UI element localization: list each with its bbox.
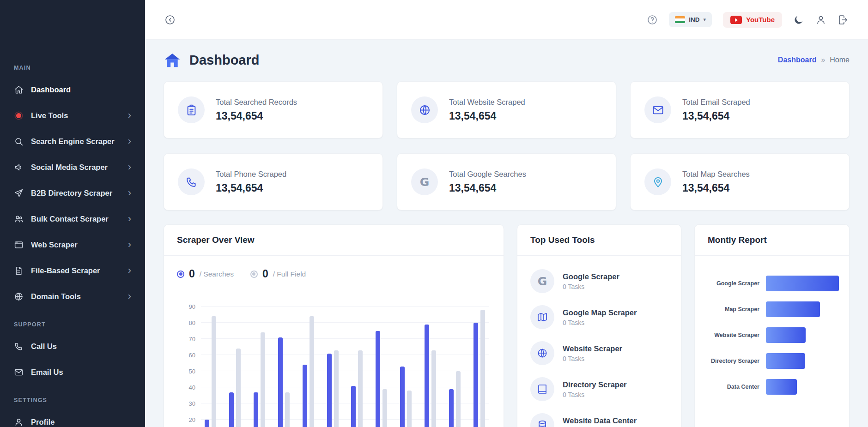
stat-value: 13,54,654 xyxy=(216,110,297,122)
monthly-bar xyxy=(766,353,805,369)
monthly-report-panel: Montly Report Google ScraperMap ScraperW… xyxy=(694,224,850,427)
sidebar-item-label: Search Engine Scraper xyxy=(31,137,115,146)
top-tools-list: GGoogle Scraper0 TasksGoogle Map Scraper… xyxy=(517,256,681,427)
tool-task-count: 0 Tasks xyxy=(563,283,619,290)
globe-icon xyxy=(411,96,438,123)
tool-row-directory-scraper[interactable]: Directory Scraper0 Tasks xyxy=(530,371,668,407)
chevron-right-icon: › xyxy=(128,291,131,301)
paper-plane-icon xyxy=(14,188,24,198)
mail-icon xyxy=(644,96,671,123)
stat-value: 13,54,654 xyxy=(682,182,750,194)
legend-count: 0 xyxy=(189,268,195,280)
panel-title: Montly Report xyxy=(695,225,849,256)
youtube-icon xyxy=(730,16,742,24)
sidebar-item-dashboard[interactable]: Dashboard xyxy=(0,77,145,102)
bar-full-field xyxy=(310,316,314,427)
bar-group xyxy=(229,349,241,427)
megaphone-icon xyxy=(14,162,24,172)
bar-full-field xyxy=(431,350,436,427)
top-used-tools-panel: Top Used Tools GGoogle Scraper0 TasksGoo… xyxy=(517,224,681,427)
stat-label: Total Searched Records xyxy=(216,98,297,107)
bar-group xyxy=(449,371,461,427)
bar-group xyxy=(278,337,290,427)
sidebar-item-call-us[interactable]: Call Us xyxy=(0,333,145,359)
sidebar-item-bulk-contact-scraper[interactable]: Bulk Contact Scraper› xyxy=(0,206,145,232)
bar-searches xyxy=(425,325,429,427)
stat-card-total-phone-scraped: Total Phone Scraped13,54,654 xyxy=(164,153,383,210)
stat-label: Total Google Searches xyxy=(449,170,526,179)
help-button[interactable] xyxy=(647,14,658,25)
bar-searches xyxy=(351,386,356,427)
bar-full-field xyxy=(285,392,290,427)
tool-name: Google Map Scraper xyxy=(563,308,637,317)
legend-dot-icon xyxy=(250,271,258,278)
google-icon: G xyxy=(411,168,438,195)
chevron-right-icon: › xyxy=(128,110,131,120)
legend-label: / Searches xyxy=(200,270,234,278)
legend-item-full-field: 0/ Full Field xyxy=(250,268,306,280)
sidebar-item-domain-tools[interactable]: Domain Tools› xyxy=(0,283,145,309)
chevron-right-icon: › xyxy=(128,188,131,198)
breadcrumb-home-link[interactable]: Home xyxy=(830,56,850,64)
tool-row-website-scraper[interactable]: Website Scraper0 Tasks xyxy=(530,335,668,371)
live-dot-icon xyxy=(14,111,24,120)
chevron-right-icon: › xyxy=(128,265,131,276)
sidebar-item-label: Domain Tools xyxy=(31,292,81,301)
sidebar-item-label: Social Media Scraper xyxy=(31,163,108,172)
scraper-overview-panel: Scraper Over View 0/ Searches0/ Full Fie… xyxy=(164,224,504,427)
profile-button[interactable] xyxy=(815,14,826,25)
sidebar-item-label: File-Based Scraper xyxy=(31,266,100,275)
logout-button[interactable] xyxy=(838,14,849,25)
app-window: MAINDashboardLive Tools›Search Engine Sc… xyxy=(0,0,868,427)
breadcrumb-separator: » xyxy=(821,56,825,64)
y-axis-tick: 30 xyxy=(178,400,195,407)
tool-task-count: 0 Tasks xyxy=(563,391,627,398)
language-code: IND xyxy=(689,16,699,23)
y-axis-tick: 70 xyxy=(178,336,195,343)
panel-title: Scraper Over View xyxy=(164,225,504,256)
tool-row-google-scraper[interactable]: GGoogle Scraper0 Tasks xyxy=(530,263,668,299)
sidebar-item-file-based-scraper[interactable]: File-Based Scraper› xyxy=(0,258,145,283)
monthly-category-label: Website Scraper xyxy=(705,332,759,338)
dark-mode-toggle[interactable] xyxy=(793,14,804,25)
sidebar: MAINDashboardLive Tools›Search Engine Sc… xyxy=(0,0,145,427)
bar-searches xyxy=(376,331,380,427)
monthly-bar xyxy=(766,379,797,395)
nav-section-label: SUPPORT xyxy=(0,321,145,328)
stat-value: 13,54,654 xyxy=(216,182,286,194)
sidebar-item-live-tools[interactable]: Live Tools› xyxy=(0,102,145,128)
panel-title: Top Used Tools xyxy=(517,225,681,256)
monthly-bar xyxy=(766,301,820,317)
sidebar-item-label: Email Us xyxy=(31,368,63,377)
chevron-down-icon: ▾ xyxy=(704,17,706,23)
bar-group xyxy=(351,350,363,427)
file-icon xyxy=(14,266,24,276)
youtube-button[interactable]: YouTube xyxy=(723,12,782,28)
stat-card-total-google-searches: GTotal Google Searches13,54,654 xyxy=(397,153,616,210)
page-title: Dashboard xyxy=(189,53,259,68)
tool-name: Directory Scraper xyxy=(563,380,627,389)
sidebar-item-email-us[interactable]: Email Us xyxy=(0,359,145,385)
tool-row-website-data-center[interactable]: Website Data Center0 Tasks xyxy=(530,407,668,427)
monthly-row-data-center: Data Center xyxy=(705,379,839,395)
language-dropdown[interactable]: IND ▾ xyxy=(669,12,712,27)
bar-group xyxy=(254,332,265,427)
sidebar-item-label: B2B Directory Scraper xyxy=(31,189,112,198)
y-axis-tick: 40 xyxy=(178,384,195,391)
sidebar-item-label: Bulk Contact Scraper xyxy=(31,215,109,223)
tool-row-google-map-scraper[interactable]: Google Map Scraper0 Tasks xyxy=(530,299,668,335)
sidebar-item-b2b-directory-scraper[interactable]: B2B Directory Scraper› xyxy=(0,180,145,206)
y-axis-tick: 80 xyxy=(178,319,195,326)
sidebar-item-social-media-scraper[interactable]: Social Media Scraper› xyxy=(0,154,145,180)
sidebar-item-profile[interactable]: Profile xyxy=(0,409,145,427)
breadcrumb-dashboard-link[interactable]: Dashboard xyxy=(778,56,817,64)
bar-full-field xyxy=(407,391,412,427)
sidebar-collapse-button[interactable] xyxy=(164,14,176,25)
sidebar-item-web-scraper[interactable]: Web Scraper› xyxy=(0,232,145,258)
sidebar-item-label: Live Tools xyxy=(31,111,68,120)
users-icon xyxy=(14,214,24,224)
bar-group xyxy=(400,367,412,427)
home-icon xyxy=(164,52,181,68)
y-axis-tick: 90 xyxy=(178,303,195,310)
sidebar-item-search-engine-scraper[interactable]: Search Engine Scraper› xyxy=(0,128,145,154)
